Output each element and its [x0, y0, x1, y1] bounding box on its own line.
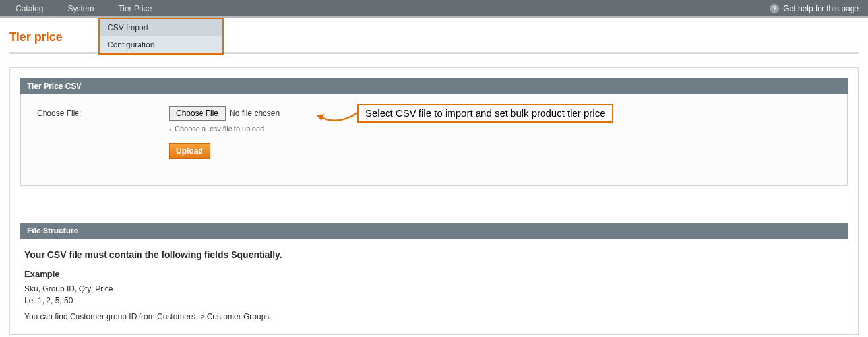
content-wrapper: Tier Price CSV Choose File: Choose File …: [9, 67, 859, 335]
tier-price-csv-head: Tier Price CSV: [20, 78, 848, 94]
nav-catalog[interactable]: Catalog: [0, 0, 55, 16]
choose-file-field: Choose File No file chosen Choose a .csv…: [169, 106, 280, 159]
file-structure-head: File Structure: [20, 223, 848, 239]
choose-file-label: Choose File:: [37, 106, 169, 118]
submenu-csv-import[interactable]: CSV Import: [100, 19, 222, 36]
tier-price-csv-body: Choose File: Choose File No file chosen …: [20, 94, 848, 186]
tier-price-csv-panel: Tier Price CSV Choose File: Choose File …: [20, 78, 848, 186]
structure-line2: I.e. 1, 2, 5, 50: [24, 296, 844, 305]
nav-left: Catalog System Tier Price: [0, 0, 164, 16]
structure-line1: Sku, Group ID, Qty, Price: [24, 284, 844, 293]
structure-lead: Your CSV file must contain the following…: [24, 249, 844, 260]
help-text: Get help for this page: [783, 4, 859, 13]
annotation-arrow-icon: [315, 110, 361, 127]
file-structure-body: Your CSV file must contain the following…: [20, 239, 848, 321]
submenu-configuration[interactable]: Configuration: [100, 36, 222, 53]
file-structure-panel: File Structure Your CSV file must contai…: [20, 223, 848, 321]
nav-tier-price[interactable]: Tier Price: [106, 0, 164, 16]
nav-system[interactable]: System: [55, 0, 106, 16]
annotation-text: Select CSV file to import and set bulk p…: [357, 104, 613, 123]
tier-price-submenu: CSV Import Configuration: [98, 18, 224, 55]
help-link[interactable]: ? Get help for this page: [760, 0, 868, 16]
structure-example-head: Example: [24, 269, 844, 279]
no-file-chosen-text: No file chosen: [230, 109, 280, 118]
choose-file-button[interactable]: Choose File: [169, 106, 226, 121]
upload-button[interactable]: Upload: [169, 143, 210, 159]
file-picker[interactable]: Choose File No file chosen: [169, 106, 280, 121]
choose-file-hint: Choose a .csv file to upload: [169, 125, 280, 133]
top-nav: Catalog System Tier Price ? Get help for…: [0, 0, 868, 18]
structure-note: You can find Customer group ID from Cust…: [24, 312, 844, 321]
help-icon: ?: [770, 4, 779, 13]
